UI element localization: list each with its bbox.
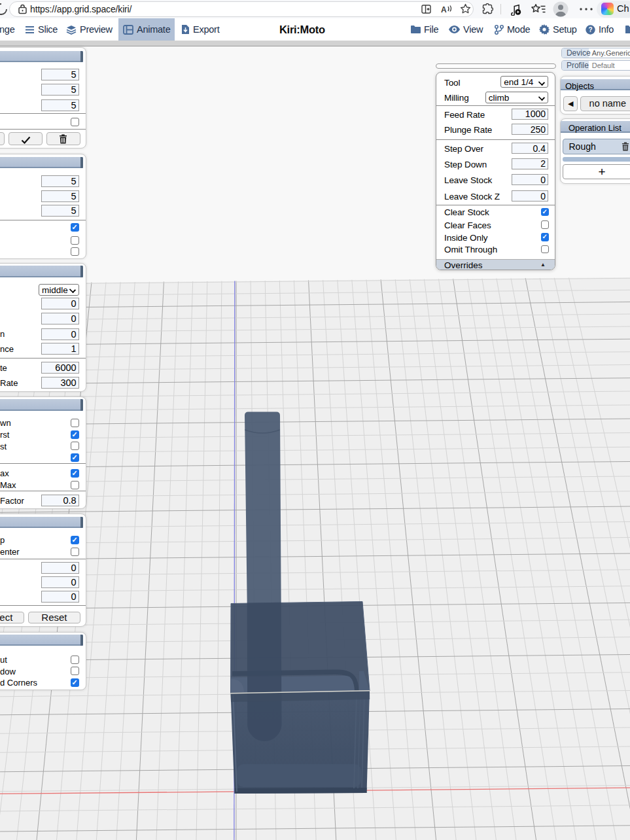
svg-text:?: ? (589, 26, 593, 33)
svg-text:A: A (441, 5, 447, 14)
